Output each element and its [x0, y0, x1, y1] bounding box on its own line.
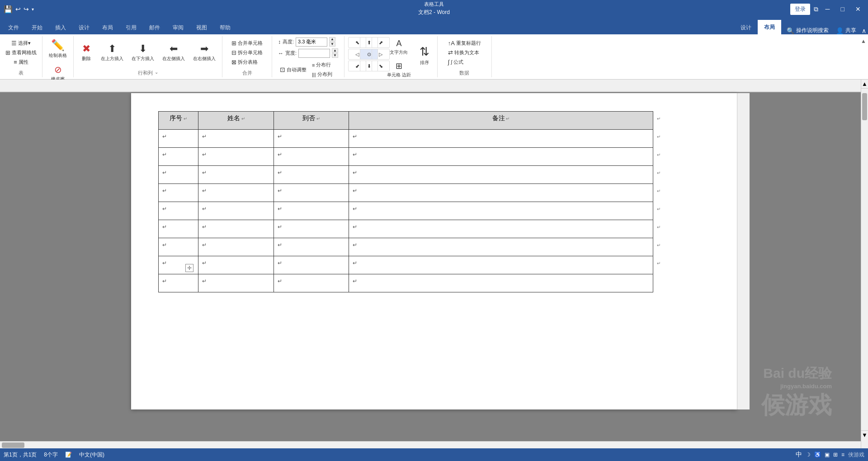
cell-r6c2[interactable]: ↵ — [198, 220, 274, 238]
tab-youjian[interactable]: 邮件 — [143, 21, 166, 34]
cell-r2c2[interactable]: ↵ — [198, 148, 274, 166]
gridlines-button[interactable]: ⊞ 查看网格线 — [4, 48, 38, 57]
width-up-btn[interactable]: ▲ — [332, 48, 338, 53]
cell-r8c3[interactable]: ↵ — [274, 256, 349, 274]
cell-r1c4[interactable]: ↵ — [349, 130, 653, 148]
tab-buju-main[interactable]: 布局 — [96, 21, 119, 34]
undo-icon[interactable]: ↩ — [15, 5, 21, 13]
select-button[interactable]: ☰ 选择▾ — [9, 39, 33, 47]
auto-adjust-button[interactable]: ⊡ 自动调整 — [278, 61, 308, 79]
cell-r2c3[interactable]: ↵ — [274, 148, 349, 166]
cell-r4c2[interactable]: ↵ — [198, 184, 274, 202]
search-icon[interactable]: 🔍 — [787, 27, 794, 34]
cell-r5c4[interactable]: ↵ — [349, 202, 653, 220]
tab-shenyue[interactable]: 审阅 — [166, 21, 190, 34]
width-down-btn[interactable]: ▼ — [332, 53, 338, 58]
tab-sheji[interactable]: 设计 — [72, 21, 96, 34]
hanglie-expand-icon[interactable]: ⌄ — [155, 70, 158, 75]
insert-above-button[interactable]: ⬆ 在上方插入 — [98, 41, 126, 64]
operation-search-label[interactable]: 操作说明搜索 — [796, 27, 829, 34]
cell-r4c4[interactable]: ↵ — [349, 184, 653, 202]
dist-cols-button[interactable]: ||| 分布列 — [310, 70, 334, 79]
table-row[interactable]: ↵ ↵ ↵ ↵ ↵ — [159, 130, 665, 148]
scrollbar-horizontal[interactable] — [0, 441, 861, 448]
share-label[interactable]: 共享 — [845, 27, 856, 34]
cell-r9c2[interactable]: ↵ — [198, 274, 274, 292]
insert-left-button[interactable]: ⬅ 在左侧插入 — [160, 41, 188, 64]
cell-r4c3[interactable]: ↵ — [274, 184, 349, 202]
merge-cells-button[interactable]: ⊞ 合并单元格 — [230, 39, 264, 47]
cell-r1c2[interactable]: ↵ — [198, 130, 274, 148]
redo-icon[interactable]: ↪ — [24, 5, 29, 13]
cell-margin-button[interactable]: ⊞ 单元格 边距 — [384, 59, 414, 80]
tab-wenjian[interactable]: 文件 — [2, 21, 25, 34]
cell-r5c3[interactable]: ↵ — [274, 202, 349, 220]
scrollbar-horizontal-thumb[interactable] — [2, 442, 24, 448]
cell-r5c2[interactable]: ↵ — [198, 202, 274, 220]
crescent-icon[interactable]: ☽ — [806, 452, 811, 458]
cell-r6c3[interactable]: ↵ — [274, 220, 349, 238]
insert-right-button[interactable]: ➡ 在右侧插入 — [190, 41, 218, 64]
tab-kaishi[interactable]: 开始 — [25, 21, 49, 34]
close-button[interactable]: ✕ — [852, 4, 864, 14]
cell-r4c1[interactable]: ↵ — [159, 184, 198, 202]
cell-r8c2[interactable]: ↵ — [198, 256, 274, 274]
scroll-up-btn[interactable]: ▲ — [861, 80, 868, 89]
quick-access-arrow[interactable]: ▾ — [32, 7, 34, 12]
scrollbar-vertical-thumb[interactable] — [862, 93, 867, 120]
dist-rows-button[interactable]: ≡ 分布行 — [310, 61, 334, 69]
scroll-down-btn[interactable]: ▼ — [861, 430, 868, 439]
language-label[interactable]: 中文(中国) — [79, 451, 104, 459]
tab-yinyong[interactable]: 引用 — [119, 21, 143, 34]
cell-r7c1[interactable]: ↵ — [159, 238, 198, 256]
table-row[interactable]: ↵ ↵ ↵ ↵ ↵ — [159, 166, 665, 184]
cell-r7c3[interactable]: ↵ — [274, 238, 349, 256]
table-row[interactable]: ↵ ↵ ↵ ↵ ↵ — [159, 184, 665, 202]
width-input[interactable] — [298, 49, 330, 58]
cell-r1c1[interactable]: ↵ — [159, 130, 198, 148]
height-down-btn[interactable]: ▼ — [329, 42, 335, 47]
cell-r3c2[interactable]: ↵ — [198, 166, 274, 184]
text-direction-button[interactable]: A 文字方向 — [384, 37, 414, 57]
login-button[interactable]: 登录 — [790, 4, 810, 15]
cell-r2c1[interactable]: ↵ — [159, 148, 198, 166]
table-row[interactable]: ↵ ↵ ↵ ↵ — [159, 274, 665, 292]
cell-r7c2[interactable]: ↵ — [198, 238, 274, 256]
tab-shitu[interactable]: 视图 — [190, 21, 213, 34]
cell-r1c3[interactable]: ↵ — [274, 130, 349, 148]
draw-table-button[interactable]: ✏️ 绘制表格 — [46, 37, 70, 61]
view-print-icon[interactable]: ▣ — [825, 452, 830, 458]
cell-r9c4[interactable]: ↵ — [349, 274, 653, 292]
tab-bangzhu[interactable]: 帮助 — [213, 21, 237, 34]
cell-r3c3[interactable]: ↵ — [274, 166, 349, 184]
scrollbar-vertical[interactable]: ▲ ▼ — [861, 80, 868, 448]
convert-text-button[interactable]: ⇄ 转换为文本 — [446, 48, 481, 57]
maximize-button[interactable]: □ — [837, 4, 848, 14]
cell-r9c1[interactable]: ↵ — [159, 274, 198, 292]
tab-charu[interactable]: 插入 — [49, 21, 72, 34]
cell-r3c1[interactable]: ↵ — [159, 166, 198, 184]
input-method[interactable]: 中 — [796, 451, 802, 459]
cell-r7c4[interactable]: ↵ — [349, 238, 653, 256]
cell-r6c1[interactable]: ↵ — [159, 220, 198, 238]
cell-r3c4[interactable]: ↵ — [349, 166, 653, 184]
ribbon-collapse-btn[interactable]: ∧ — [862, 27, 866, 34]
view-read-icon[interactable]: ≡ — [841, 452, 844, 458]
repeat-header-button[interactable]: ↑A 重复标题行 — [446, 39, 483, 47]
table-move-handle[interactable]: ✛ — [185, 264, 193, 272]
window-tile-icon[interactable]: ⧉ — [814, 5, 818, 13]
delete-button[interactable]: ✖ 删除 — [77, 41, 95, 64]
minimize-button[interactable]: ─ — [822, 4, 834, 14]
save-icon[interactable]: 💾 — [4, 5, 13, 14]
view-web-icon[interactable]: ⊞ — [833, 452, 838, 458]
cell-r5c1[interactable]: ↵ — [159, 202, 198, 220]
split-table-button[interactable]: ⊠ 拆分表格 — [230, 58, 259, 66]
tab-sheji2[interactable]: 设计 — [734, 21, 758, 34]
accessibility-icon[interactable]: ♿ — [814, 452, 821, 458]
tab-buju2[interactable]: 布局 — [758, 20, 781, 34]
insert-below-button[interactable]: ⬇ 在下方插入 — [129, 41, 157, 64]
cell-r9c3[interactable]: ↵ — [274, 274, 349, 292]
table-row[interactable]: ↵ ↵ ↵ ↵ ↵ — [159, 238, 665, 256]
height-input[interactable] — [296, 38, 327, 47]
table-row[interactable]: ↵ ↵ ↵ ↵ ↵ — [159, 202, 665, 220]
